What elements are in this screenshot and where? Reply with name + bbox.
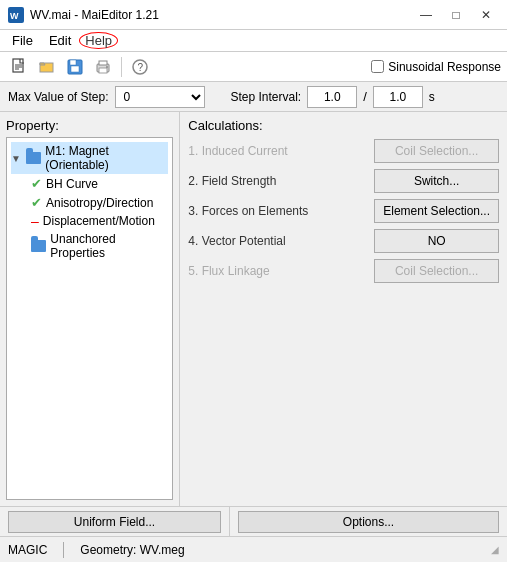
step-select[interactable]: 0 (115, 86, 205, 108)
element-selection-btn[interactable]: Element Selection... (374, 199, 499, 223)
menu-file[interactable]: File (4, 31, 41, 50)
maximize-button[interactable]: □ (443, 4, 469, 26)
no-btn[interactable]: NO (374, 229, 499, 253)
switch-btn[interactable]: Switch... (374, 169, 499, 193)
calc-row-5: 5. Flux Linkage Coil Selection... (188, 259, 499, 283)
status-separator (63, 542, 64, 558)
step-label: Max Value of Step: (8, 90, 109, 104)
status-bar: MAGIC Geometry: WV.meg ◢ (0, 536, 507, 562)
coil-selection-btn-2[interactable]: Coil Selection... (374, 259, 499, 283)
calculations-label: Calculations: (188, 118, 499, 133)
print-button[interactable] (90, 55, 116, 79)
interval-input-1[interactable] (307, 86, 357, 108)
unit-label: s (429, 90, 435, 104)
window-controls: — □ ✕ (413, 4, 499, 26)
save-button[interactable] (62, 55, 88, 79)
menu-help[interactable]: Help (79, 32, 118, 49)
calc-num-5: 5. Flux Linkage (188, 264, 368, 278)
check-icon-aniso: ✔ (31, 195, 42, 210)
close-button[interactable]: ✕ (473, 4, 499, 26)
main-content: Property: ▼ M1: Magnet (Orientable) ✔ BH… (0, 112, 507, 506)
sinusoidal-checkbox[interactable] (371, 60, 384, 73)
svg-rect-8 (70, 60, 76, 65)
calc-row-2: 2. Field Strength Switch... (188, 169, 499, 193)
step-row: Max Value of Step: 0 Step Interval: / s (0, 82, 507, 112)
title-bar: W WV.mai - MaiEditor 1.21 — □ ✕ (0, 0, 507, 30)
toolbar-separator (121, 57, 122, 77)
minimize-button[interactable]: — (413, 4, 439, 26)
status-geometry: Geometry: WV.meg (80, 543, 184, 557)
interval-input-2[interactable] (373, 86, 423, 108)
calc-num-4: 4. Vector Potential (188, 234, 368, 248)
calc-row-1: 1. Induced Current Coil Selection... (188, 139, 499, 163)
help-button[interactable]: ? (127, 55, 153, 79)
bottom-bar: Uniform Field... Options... (0, 506, 507, 536)
menu-bar: File Edit Help (0, 30, 507, 52)
tree-root-label: M1: Magnet (Orientable) (45, 144, 168, 172)
options-button[interactable]: Options... (238, 511, 499, 533)
sinusoidal-area: Sinusoidal Response (371, 60, 501, 74)
tree-label-displacement: Displacement/Motion (43, 214, 155, 228)
app-icon: W (8, 7, 24, 23)
resize-grip[interactable]: ◢ (491, 544, 499, 555)
tree-item-anisotropy[interactable]: ✔ Anisotropy/Direction (11, 193, 168, 212)
property-label: Property: (6, 118, 173, 133)
check-icon-bh: ✔ (31, 176, 42, 191)
tree-root-item[interactable]: ▼ M1: Magnet (Orientable) (11, 142, 168, 174)
new-button[interactable] (6, 55, 32, 79)
calc-num-3: 3. Forces on Elements (188, 204, 368, 218)
tree-item-bh-curve[interactable]: ✔ BH Curve (11, 174, 168, 193)
open-button[interactable] (34, 55, 60, 79)
calc-row-3: 3. Forces on Elements Element Selection.… (188, 199, 499, 223)
tree-label-bh: BH Curve (46, 177, 98, 191)
left-panel: Property: ▼ M1: Magnet (Orientable) ✔ BH… (0, 112, 180, 506)
svg-text:?: ? (138, 62, 144, 73)
window-title: WV.mai - MaiEditor 1.21 (30, 8, 413, 22)
calc-num-1: 1. Induced Current (188, 144, 368, 158)
bottom-right: Options... (230, 507, 507, 536)
calc-num-2: 2. Field Strength (188, 174, 368, 188)
svg-rect-11 (99, 61, 107, 65)
svg-point-13 (106, 66, 108, 68)
calc-row-4: 4. Vector Potential NO (188, 229, 499, 253)
menu-edit[interactable]: Edit (41, 31, 79, 50)
tree-item-displacement[interactable]: – Displacement/Motion (11, 212, 168, 230)
svg-rect-9 (71, 66, 79, 72)
interval-label: Step Interval: (231, 90, 302, 104)
uniform-field-button[interactable]: Uniform Field... (8, 511, 221, 533)
status-magic: MAGIC (8, 543, 47, 557)
bottom-left: Uniform Field... (0, 507, 230, 536)
tree-label-unanchored: Unanchored Properties (50, 232, 168, 260)
sinusoidal-label: Sinusoidal Response (388, 60, 501, 74)
slash-separator: / (363, 89, 367, 104)
tree-item-unanchored[interactable]: Unanchored Properties (11, 230, 168, 262)
toolbar: ? Sinusoidal Response (0, 52, 507, 82)
dash-icon-displacement: – (31, 214, 39, 228)
property-tree: ▼ M1: Magnet (Orientable) ✔ BH Curve ✔ A… (6, 137, 173, 500)
coil-selection-btn-1[interactable]: Coil Selection... (374, 139, 499, 163)
right-panel: Calculations: 1. Induced Current Coil Se… (180, 112, 507, 506)
expand-icon: ▼ (11, 153, 24, 164)
svg-text:W: W (10, 11, 19, 21)
tree-label-aniso: Anisotropy/Direction (46, 196, 153, 210)
svg-rect-12 (99, 68, 107, 73)
folder-icon (26, 152, 41, 164)
folder-icon-unanchored (31, 240, 46, 252)
